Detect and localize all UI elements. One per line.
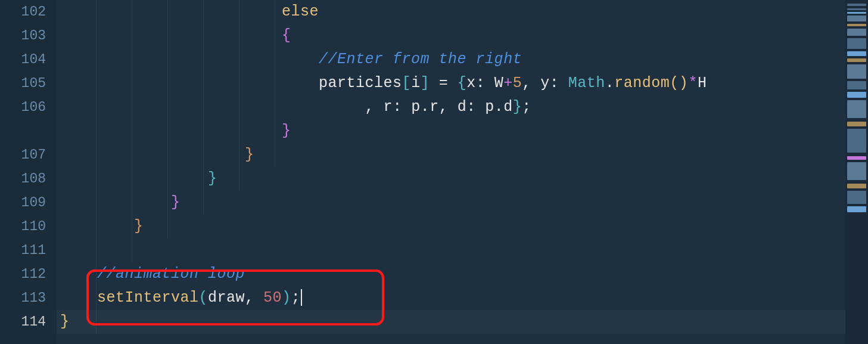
minimap-line bbox=[847, 58, 866, 62]
indent bbox=[60, 146, 245, 163]
prop: x bbox=[466, 75, 476, 92]
indent bbox=[60, 3, 282, 20]
code-line[interactable]: particles[i] = {x: W+5, y: Math.random()… bbox=[60, 72, 845, 95]
line-number: 110 bbox=[0, 215, 46, 238]
operator: + bbox=[503, 75, 513, 92]
line-number-active: 114 bbox=[0, 310, 46, 334]
paren: ( bbox=[199, 289, 209, 306]
paren: ) bbox=[282, 289, 291, 306]
code-line[interactable]: } bbox=[60, 191, 845, 215]
identifier: H bbox=[698, 75, 707, 92]
indent bbox=[60, 218, 134, 235]
code-editor[interactable]: else { //Enter from the right particles[… bbox=[57, 0, 845, 344]
line-number: 103 bbox=[0, 24, 46, 48]
identifier: draw bbox=[208, 289, 245, 306]
line-number: 112 bbox=[0, 262, 46, 286]
comment: //animation loop bbox=[97, 265, 245, 283]
minimap-line bbox=[847, 12, 866, 14]
func-random: random bbox=[614, 75, 670, 92]
comment: //Enter from the right bbox=[319, 51, 522, 68]
colon: : bbox=[393, 98, 411, 116]
brace: } bbox=[513, 98, 522, 116]
semicolon: ; bbox=[522, 98, 531, 116]
code-line-active[interactable]: setInterval(draw, 50); bbox=[60, 286, 845, 310]
comma: , bbox=[439, 98, 458, 116]
number: 50 bbox=[263, 289, 282, 306]
code-line[interactable]: } bbox=[60, 119, 845, 143]
brace-close: } bbox=[60, 313, 70, 330]
minimap-line bbox=[847, 8, 866, 10]
line-number-gutter: 102 103 104 105 106 107 108 109 110 111 … bbox=[0, 0, 57, 344]
colon: : bbox=[466, 98, 485, 116]
indent bbox=[60, 194, 171, 211]
indent bbox=[60, 170, 208, 187]
colon: : bbox=[550, 75, 568, 92]
line-number: 109 bbox=[0, 191, 46, 215]
bracket: ] bbox=[421, 75, 430, 92]
brace-close: } bbox=[245, 146, 254, 163]
line-number: 105 bbox=[0, 72, 46, 95]
dot: . bbox=[605, 75, 615, 92]
indent bbox=[60, 75, 319, 92]
minimap-line bbox=[847, 51, 866, 56]
minimap-line bbox=[847, 206, 866, 212]
line-number: 113 bbox=[0, 286, 46, 310]
minimap-line bbox=[847, 122, 866, 126]
identifier: p.r bbox=[411, 98, 439, 116]
indent bbox=[60, 122, 282, 140]
line-number bbox=[0, 334, 46, 344]
line-number: 107 bbox=[0, 143, 46, 167]
identifier: i bbox=[411, 75, 421, 92]
identifier: particles bbox=[319, 75, 402, 92]
code-line[interactable]: else bbox=[60, 0, 845, 24]
minimap-line bbox=[847, 191, 866, 204]
code-line-wrap[interactable]: , r: p.r, d: p.d}; bbox=[60, 95, 845, 119]
indent bbox=[60, 289, 97, 306]
minimap-line bbox=[847, 29, 866, 36]
minimap-line bbox=[847, 16, 866, 21]
operator: * bbox=[688, 75, 698, 92]
indent bbox=[60, 51, 319, 68]
semicolon: ; bbox=[291, 289, 301, 306]
minimap-line bbox=[847, 4, 866, 6]
minimap-line bbox=[847, 38, 866, 49]
minimap-line bbox=[847, 162, 866, 180]
minimap-line bbox=[847, 24, 866, 26]
indent bbox=[60, 98, 365, 116]
code-line-empty[interactable] bbox=[60, 238, 845, 262]
class-math: Math bbox=[568, 75, 605, 92]
line-number: 104 bbox=[0, 48, 46, 72]
line-number: 111 bbox=[0, 238, 46, 262]
code-line[interactable]: } bbox=[60, 143, 845, 167]
identifier: p.d bbox=[485, 98, 513, 116]
prop: d bbox=[458, 98, 467, 116]
line-number: 102 bbox=[0, 0, 46, 24]
indent bbox=[60, 265, 97, 283]
brace-open: { bbox=[282, 27, 291, 44]
brace-close: } bbox=[282, 122, 291, 140]
identifier: W bbox=[494, 75, 504, 92]
minimap-line bbox=[847, 92, 866, 98]
paren: () bbox=[670, 75, 688, 92]
prop: y bbox=[540, 75, 550, 92]
comma: , bbox=[365, 98, 384, 116]
text-cursor bbox=[301, 289, 302, 306]
minimap[interactable] bbox=[845, 0, 868, 344]
comma: , bbox=[245, 289, 263, 306]
func-setinterval: setInterval bbox=[97, 289, 199, 306]
code-line[interactable]: //Enter from the right bbox=[60, 48, 845, 72]
code-line[interactable]: } bbox=[60, 310, 845, 334]
code-line[interactable]: //animation loop bbox=[60, 262, 845, 286]
minimap-line bbox=[847, 64, 866, 79]
colon: : bbox=[476, 75, 494, 92]
brace-close: } bbox=[208, 170, 217, 187]
brace-close: } bbox=[171, 194, 181, 211]
keyword-else: else bbox=[282, 3, 319, 20]
operator: = bbox=[430, 75, 458, 92]
line-number: 108 bbox=[0, 167, 46, 191]
indent bbox=[60, 27, 282, 44]
code-line[interactable]: } bbox=[60, 215, 845, 238]
code-line[interactable]: { bbox=[60, 24, 845, 48]
code-line[interactable]: } bbox=[60, 167, 845, 191]
minimap-line bbox=[847, 81, 866, 89]
